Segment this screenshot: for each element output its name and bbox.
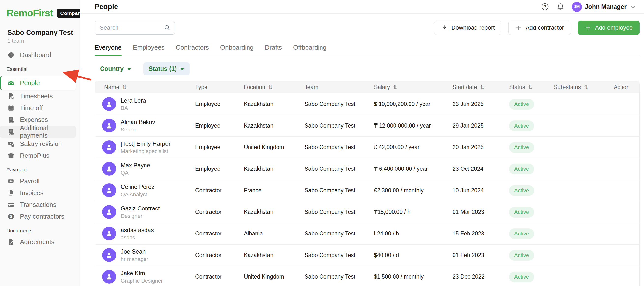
sidebar-item-people[interactable]: People [0, 76, 76, 90]
table-row[interactable]: Gaziz ContractDesigner Contractor Kazakh… [95, 201, 639, 223]
column-header-sub-status[interactable]: Sub-status⇅ [554, 84, 614, 91]
sidebar-item-pay-contractors[interactable]: $ Pay contractors [0, 210, 80, 222]
cell-start-date: 01 Mar 2023 [452, 209, 509, 215]
status-badge: Active [509, 207, 534, 218]
sidebar-item-label: People [20, 79, 40, 87]
company-selector[interactable]: Sabo Company Test 1 team [0, 19, 80, 44]
cell-team: Sabo Company Test [304, 230, 374, 237]
table-row[interactable]: Max PayneQA Employee Kazakhstan Sabo Com… [95, 158, 639, 180]
cell-salary: ₸ 12,000,000.00 / year [374, 122, 452, 129]
sidebar-item-agreements[interactable]: Agreements [0, 236, 80, 248]
tab-contractors[interactable]: Contractors [176, 44, 209, 56]
tab-onboarding[interactable]: Onboarding [220, 44, 254, 56]
cell-start-date: 29 Jan 2025 [452, 122, 509, 129]
sidebar-item-payroll[interactable]: Payroll [0, 175, 80, 187]
sidebar-item-salary-revision[interactable]: Salary revision [0, 138, 80, 150]
sidebar-item-timesheets[interactable]: Timesheets [0, 90, 80, 102]
sidebar-item-invoices[interactable]: Invoices [0, 187, 80, 199]
search-box [95, 21, 175, 35]
dashboard-icon [7, 51, 14, 59]
sort-icon[interactable]: ⇅ [268, 85, 272, 90]
download-report-button[interactable]: Download report [434, 21, 502, 35]
column-header-salary[interactable]: Salary⇅ [374, 84, 452, 91]
employee-title: hr manager [121, 256, 148, 262]
cell-team: Sabo Company Test [304, 144, 374, 150]
table-row[interactable]: Alihan BekovSenior Employee Kazakhstan S… [95, 115, 639, 137]
status-badge: Active [509, 142, 534, 153]
sidebar-item-additional-payments[interactable]: Additional payments [0, 126, 76, 138]
section-label-documents: Documents [0, 222, 80, 236]
dollar-circle-icon: $ [7, 213, 14, 220]
people-icon [7, 79, 14, 87]
tab-drafts[interactable]: Drafts [265, 44, 282, 56]
person-icon [105, 100, 113, 108]
column-header-start-date[interactable]: Start date⇅ [452, 84, 509, 91]
cell-start-date: 23 Oct 2024 [452, 165, 509, 172]
sidebar-item-label: Additional payments [20, 124, 76, 139]
employee-name: Joe Sean [121, 248, 148, 255]
sidebar-item-transactions[interactable]: Transactions [0, 199, 80, 210]
calendar-icon [7, 105, 14, 112]
avatar [102, 162, 116, 176]
employee-title: QA [121, 170, 150, 176]
search-input[interactable] [99, 24, 164, 31]
sidebar-item-label: Salary revision [20, 140, 62, 148]
add-employee-button[interactable]: Add employee [578, 21, 640, 35]
cell-location: Kazakhstan [244, 209, 304, 215]
sort-icon[interactable]: ⇅ [393, 85, 397, 90]
table-row[interactable]: Celine PerezQA Analyst Contractor France… [95, 180, 639, 201]
download-icon [441, 24, 448, 31]
tabs: Everyone Employees Contractors Onboardin… [95, 44, 640, 56]
payroll-icon [7, 178, 14, 185]
sort-icon[interactable]: ⇅ [584, 85, 588, 90]
tab-everyone[interactable]: Everyone [95, 44, 122, 56]
table-row[interactable]: Joe Seanhr manager Contractor Kazakhstan… [95, 245, 639, 266]
status-badge: Active [509, 228, 534, 239]
user-avatar: JM [572, 2, 582, 12]
table-row[interactable]: Lera LeraBA Employee Kazakhstan Sabo Com… [95, 93, 639, 115]
content: Download report Add contractor Add emplo… [80, 14, 644, 286]
sidebar-item-expenses[interactable]: Expenses [0, 114, 80, 126]
sort-icon[interactable]: ⇅ [528, 85, 532, 90]
cell-team: Sabo Company Test [304, 252, 374, 259]
company-name: Sabo Company Test [7, 29, 73, 36]
country-filter[interactable]: Country [95, 62, 136, 75]
sidebar-item-label: Transactions [20, 201, 56, 208]
employee-title: asdas [121, 235, 154, 241]
status-badge: Active [509, 250, 534, 261]
tab-employees[interactable]: Employees [133, 44, 165, 56]
column-header-location[interactable]: Location⇅ [244, 84, 304, 91]
table-row[interactable]: [Test] Emily HarperMarketing specialist … [95, 137, 639, 158]
cell-salary: $ 10,000,200.00 / year [374, 101, 452, 107]
help-icon: ? [541, 3, 549, 11]
cell-start-date: 10 Jun 2024 [452, 187, 509, 194]
cell-type: Contractor [195, 230, 244, 237]
status-filter[interactable]: Status (1) [143, 62, 190, 75]
column-header-name[interactable]: Name⇅ [95, 84, 195, 91]
expenses-icon [7, 116, 14, 123]
sidebar-item-dashboard[interactable]: Dashboard [0, 49, 80, 61]
gift-icon [7, 152, 14, 159]
sort-icon[interactable]: ⇅ [480, 85, 484, 90]
table-row[interactable]: asdas asdasasdas Contractor Albania Sabo… [95, 223, 639, 245]
sidebar-item-remoplus[interactable]: RemoPlus [0, 150, 80, 161]
sidebar-item-label: Time off [20, 104, 42, 112]
employee-title: BA [121, 105, 146, 111]
app-root: RemoFirst Company Sabo Company Test 1 te… [0, 0, 644, 286]
help-button[interactable]: ? [541, 3, 549, 11]
user-menu[interactable]: JM John Manager [572, 2, 637, 12]
table-header: Name⇅ Type Location⇅ Team Salary⇅ Start … [95, 81, 639, 93]
filters: Country Status (1) [95, 62, 640, 75]
add-contractor-button[interactable]: Add contractor [508, 21, 571, 35]
search-icon [164, 24, 170, 31]
employee-title: Senior [121, 127, 155, 133]
table-row[interactable]: Jake KimGraphic Designer Contractor Unit… [95, 266, 639, 286]
column-header-status[interactable]: Status⇅ [509, 84, 554, 91]
notifications-button[interactable] [556, 3, 564, 11]
tab-offboarding[interactable]: Offboarding [293, 44, 326, 56]
chevron-down-icon [630, 3, 637, 10]
employee-name: Jake Kim [121, 270, 163, 277]
sidebar-item-time-off[interactable]: Time off [0, 102, 80, 114]
sort-icon[interactable]: ⇅ [122, 85, 126, 90]
cell-salary: £ 42,000.00 / year [374, 144, 452, 150]
